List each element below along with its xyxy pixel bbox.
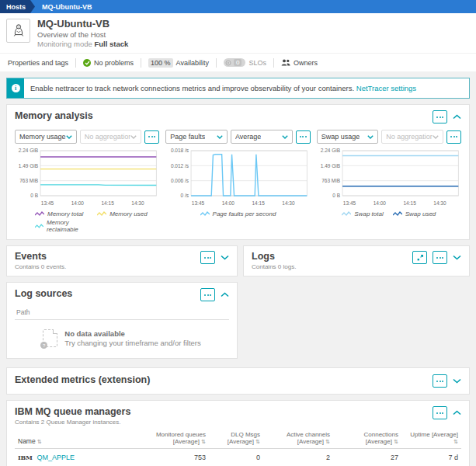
cell-active-channels: 2 (263, 449, 333, 466)
svg-text:14:15: 14:15 (252, 200, 266, 206)
no-data-hint: Try changing your timeframe and/or filte… (64, 339, 200, 347)
page-title: MQ-Ubuntu-VB (37, 19, 128, 30)
extended-metrics-panel: Extended metrics (extension) (6, 367, 470, 395)
logs-panel-subtitle: Contains 0 logs. (252, 263, 296, 270)
logs-panel-title: Logs (252, 251, 296, 262)
chevron-down-icon (66, 135, 72, 139)
svg-text:14:00: 14:00 (71, 200, 85, 206)
svg-text:2.24 GiB: 2.24 GiB (19, 148, 38, 153)
logs-expand-button[interactable] (412, 251, 427, 264)
chevron-down-icon[interactable] (453, 255, 461, 260)
owners-people-icon (281, 59, 290, 66)
legend-memory-reclaimable[interactable]: Memory reclaimable (35, 219, 97, 233)
memory-panel-menu-button[interactable] (433, 110, 447, 123)
slo-count-pill: 0 (224, 58, 245, 67)
no-data-block: ? No data available Try changing your ti… (15, 329, 229, 347)
ibm-logo-icon: IBM (18, 454, 32, 461)
metric-select-swap-usage[interactable]: Swap usage (317, 130, 379, 144)
legend-label: Page faults per second (213, 210, 276, 217)
page-faults-legend: Page faults per second (165, 210, 310, 217)
linux-penguin-icon (12, 23, 26, 39)
chevron-down-icon[interactable] (453, 378, 461, 384)
column-header-dlq-msgs[interactable]: DLQ Msgs[Average] ⇅ (209, 430, 263, 449)
page-faults-plot[interactable]: 0.018 /s0.012 /s0.006 /s0 /s13:4514:0014… (165, 148, 310, 208)
properties-and-tags-button[interactable]: Properties and tags (8, 59, 68, 67)
extended-metrics-title: Extended metrics (extension) (15, 374, 150, 385)
legend-label: Swap used (405, 210, 436, 217)
events-menu-button[interactable] (200, 251, 215, 264)
svg-text:0 B: 0 B (332, 193, 340, 198)
svg-text:13:45: 13:45 (343, 200, 356, 206)
chevron-up-icon[interactable] (221, 292, 229, 297)
no-problems-status[interactable]: No problems (83, 59, 134, 67)
legend-swap-used[interactable]: Swap used (393, 210, 436, 217)
legend-label: Memory total (47, 210, 83, 217)
ok-check-icon (83, 59, 91, 67)
owners-button[interactable]: Owners (281, 59, 318, 67)
metric-select-memory-usage[interactable]: Memory usage (15, 130, 77, 144)
legend-label: Memory used (109, 210, 147, 217)
logs-panel: Logs Contains 0 logs. (243, 245, 470, 276)
svg-text:14:30: 14:30 (131, 200, 144, 206)
column-header-connections[interactable]: Connections[Average] ⇅ (333, 430, 401, 449)
column-header-active-channels[interactable]: Active channels[Average] ⇅ (263, 430, 333, 449)
mq-panel-subtitle: Contains 2 Queue Manager instances. (15, 419, 130, 426)
logs-menu-button[interactable] (433, 251, 447, 264)
chart-menu-button[interactable] (446, 130, 461, 144)
memory-usage-plot[interactable]: 2.24 GiB1.49 GiB763 MiB0 B13:4514:0014:1… (15, 148, 159, 208)
svg-text:763 MiB: 763 MiB (19, 178, 38, 183)
legend-page-faults[interactable]: Page faults per second (200, 210, 276, 217)
mq-panel-title: IBM MQ queue managers (15, 406, 130, 417)
banner-text: Enable nettracer to track network connec… (24, 78, 422, 98)
chevron-up-icon[interactable] (453, 410, 461, 416)
table-row: IBMQM_APPLE 753 0 2 27 7 d (15, 449, 461, 466)
slos-status[interactable]: 0 SLOs (224, 58, 266, 67)
breadcrumb: Hosts MQ-Ubuntu-VB (0, 0, 476, 13)
availability-value-badge: 100 % (148, 58, 173, 68)
metric-selector-row: Memory usage No aggregation Page faults … (15, 130, 461, 144)
slo-count: 0 (234, 59, 241, 66)
svg-text:0.012 /s: 0.012 /s (171, 163, 189, 169)
chart-menu-button[interactable] (296, 130, 311, 144)
extended-metrics-menu-button[interactable] (433, 374, 447, 388)
svg-text:763 MiB: 763 MiB (321, 178, 340, 183)
aggregation-select-page-faults[interactable]: Average (231, 130, 293, 144)
svg-text:14:30: 14:30 (433, 200, 446, 206)
svg-text:1.49 GiB: 1.49 GiB (320, 163, 339, 169)
column-header-uptime[interactable]: Uptime [Average] ⇅ (401, 430, 461, 449)
availability-status[interactable]: 100 % Availability (148, 58, 209, 68)
swap-usage-plot[interactable]: 2.24 GiB1.49 GiB763 MiB0 B13:4514:0014:1… (317, 148, 461, 208)
column-header-name[interactable]: Name ⇅ (15, 430, 125, 449)
chevron-down-icon[interactable] (221, 255, 229, 260)
legend-swap-total[interactable]: Swap total (342, 210, 383, 217)
toolbar-divider (216, 58, 217, 68)
legend-memory-used[interactable]: Memory used (97, 210, 159, 217)
question-badge-icon: ? (40, 342, 47, 349)
log-sources-menu-button[interactable] (200, 288, 215, 301)
sort-icon: ⇅ (37, 439, 42, 444)
metric-select-page-faults[interactable]: Page faults (165, 130, 228, 144)
chevron-down-icon (367, 135, 374, 139)
legend-memory-total[interactable]: Memory total (35, 210, 97, 217)
host-overview-page: Hosts MQ-Ubuntu-VB MQ-Ubuntu-VB Overview… (0, 0, 476, 466)
queue-managers-table: Name ⇅ Monitored queues[Average] ⇅ DLQ M… (15, 430, 461, 466)
chevron-down-icon (217, 135, 223, 139)
chart-menu-button[interactable] (144, 130, 159, 144)
svg-text:0.006 /s: 0.006 /s (171, 178, 189, 183)
events-panel-subtitle: Contains 0 events. (15, 263, 66, 270)
mq-menu-button[interactable] (433, 406, 447, 419)
column-header-monitored-queues[interactable]: Monitored queues[Average] ⇅ (125, 430, 209, 449)
info-icon-block: i (7, 78, 24, 98)
sort-icon: ⇅ (201, 439, 206, 444)
chevron-up-icon[interactable] (453, 114, 461, 120)
nettracer-settings-link[interactable]: NetTracer settings (356, 84, 416, 92)
chevron-down-icon (282, 135, 288, 139)
queue-manager-link[interactable]: QM_APPLE (36, 454, 75, 461)
chevron-down-icon (433, 135, 439, 139)
log-sources-panel: Log sources Path ? No data available Try… (6, 282, 238, 359)
no-data-title: No data available (64, 329, 200, 338)
charts-row: 2.24 GiB1.49 GiB763 MiB0 B13:4514:0014:1… (15, 148, 461, 233)
breadcrumb-hosts[interactable]: Hosts (0, 0, 35, 13)
chevron-down-icon (130, 135, 137, 139)
toolbar-divider (75, 58, 76, 68)
